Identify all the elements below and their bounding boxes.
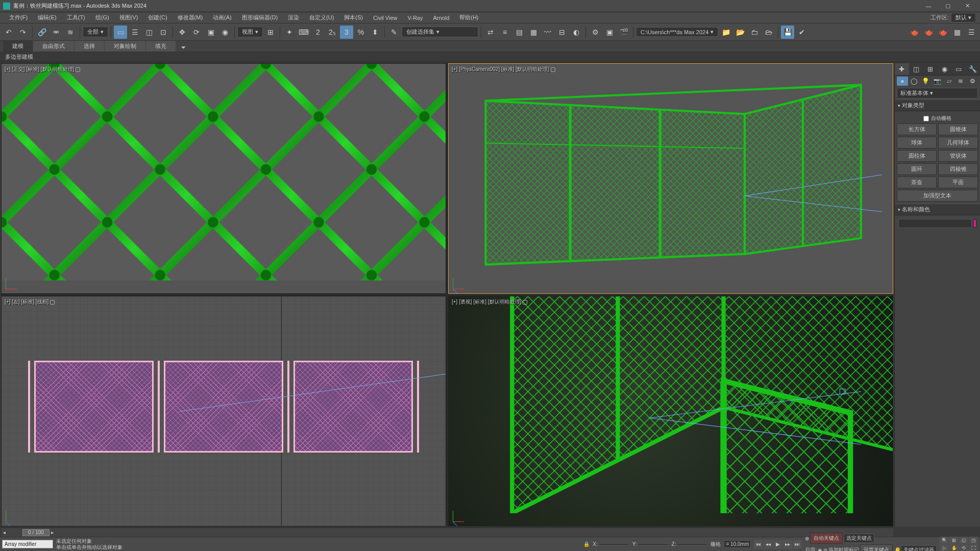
spinner-snap-button[interactable]: ⬍ <box>369 26 382 39</box>
grid-icon[interactable]: ▦ <box>950 26 964 39</box>
create-tab[interactable]: ✚ <box>895 63 909 75</box>
schematic-view-button[interactable]: ⊟ <box>555 26 569 39</box>
viewport-camera[interactable]: [+] [PhysCamera002] [标准] [默认明暗处理] <box>448 63 893 294</box>
utilities-tab[interactable]: 🔧 <box>966 63 980 75</box>
torus-button[interactable]: 圆环 <box>897 163 937 175</box>
spacewarps-button[interactable]: ≋ <box>955 77 966 86</box>
enable-icon[interactable]: ◉ <box>818 547 822 552</box>
rotate-button[interactable]: ⟳ <box>190 26 203 39</box>
toggle-ribbon-button[interactable]: ▦ <box>527 26 540 39</box>
viewport-left-label[interactable]: [+] [左] [标准] [线框] <box>5 298 55 306</box>
check-button[interactable]: ✔ <box>795 26 808 39</box>
render-setup-button[interactable]: ⚙ <box>589 26 602 39</box>
sub-ribbon-label[interactable]: 多边形建模 <box>5 53 33 61</box>
rect-region-button[interactable]: ◫ <box>142 26 156 39</box>
close-button[interactable]: ✕ <box>958 0 977 12</box>
lights-button[interactable]: 💡 <box>920 77 932 86</box>
systems-button[interactable]: ⚙ <box>967 77 978 86</box>
object-name-input[interactable] <box>898 219 972 228</box>
menu-customize[interactable]: 自定义(U) <box>304 13 339 22</box>
category-dropdown[interactable]: 标准基本体 ▾ <box>897 88 978 98</box>
rendered-frame-button[interactable]: ▣ <box>603 26 616 39</box>
display-tab[interactable]: ▭ <box>951 63 966 75</box>
time-prev-button[interactable]: ◂ <box>1 530 7 535</box>
teapot-2-icon[interactable]: 🫖 <box>922 26 935 39</box>
prev-frame-button[interactable]: ◂◂ <box>764 540 773 549</box>
maximize-button[interactable]: ▢ <box>938 0 958 12</box>
undo-button[interactable]: ↶ <box>2 26 15 39</box>
window-crossing-button[interactable]: ⊡ <box>157 26 170 39</box>
ref-coord-dropdown[interactable]: 视图 ▾ <box>237 27 263 37</box>
layer-explorer-button[interactable]: ▤ <box>512 26 526 39</box>
shapes-button[interactable]: ◯ <box>909 77 920 86</box>
snap-25d-button[interactable]: 2₅ <box>326 26 339 39</box>
snap-2d-button[interactable]: 2 <box>311 26 325 39</box>
list-icon[interactable]: ☰ <box>965 26 978 39</box>
selection-filter-dropdown[interactable]: 全部 ▾ <box>83 27 108 37</box>
menu-create[interactable]: 创建(C) <box>143 13 172 22</box>
menu-arnold[interactable]: Arnold <box>428 14 454 22</box>
zoom-extents-all-button[interactable]: ◳ <box>969 537 978 544</box>
minimize-button[interactable]: — <box>919 0 938 12</box>
autogrid-checkbox[interactable] <box>923 116 929 121</box>
menu-animation[interactable]: 动画(A) <box>208 13 237 22</box>
modify-tab[interactable]: ◫ <box>909 63 923 75</box>
box-button[interactable]: 长方体 <box>897 123 937 135</box>
menu-grapheditors[interactable]: 图形编辑器(D) <box>237 13 283 22</box>
viewport-front[interactable]: [+] [正交] [标准] [默认明暗处理] <box>1 63 446 294</box>
time-next-button[interactable]: ▸ <box>50 530 56 535</box>
curve-editor-button[interactable]: 〰 <box>541 26 554 39</box>
motion-tab[interactable]: ◉ <box>937 63 951 75</box>
maxscript-listener-input[interactable] <box>2 540 53 548</box>
keyfilter-icon[interactable]: 🔑 <box>894 547 900 552</box>
setkey-button[interactable]: 设置关键点 <box>860 544 893 551</box>
menu-scripting[interactable]: 脚本(S) <box>339 13 368 22</box>
viewport-perspective[interactable]: [+] [透视] [标准] [默认明暗处理] <box>448 296 893 527</box>
lock-icon[interactable]: 🔒 <box>583 541 590 547</box>
teapot-1-icon[interactable]: 🫖 <box>908 26 921 39</box>
menu-group[interactable]: 组(G) <box>90 13 114 22</box>
zoom-extents-button[interactable]: ◱ <box>959 537 968 544</box>
time-slider[interactable]: ◂ 0 / 100 ▸ <box>1 528 893 537</box>
align-button[interactable]: ≡ <box>498 26 511 39</box>
manipulate-button[interactable]: ✦ <box>283 26 296 39</box>
project-path-dropdown[interactable]: C:\Users\ch***ds Max 2024 ▾ <box>636 27 718 37</box>
vp3-filter-icon[interactable] <box>50 300 55 305</box>
move-button[interactable]: ✥ <box>176 26 189 39</box>
addtime-icon[interactable]: ⊘ <box>823 547 827 552</box>
time-slider-handle[interactable]: 0 / 100 <box>22 529 50 536</box>
cone-button[interactable]: 圆锥体 <box>938 123 978 135</box>
ribbon-tab-selection[interactable]: 选择 <box>75 41 104 52</box>
cylinder-button[interactable]: 圆柱体 <box>897 150 937 162</box>
menu-civilview[interactable]: Civil View <box>368 14 402 22</box>
viewport-perspective-label[interactable]: [+] [透视] [标准] [默认明暗处理] <box>452 298 527 306</box>
ribbon-tab-objectpaint[interactable]: 对象绘制 <box>105 41 145 52</box>
project-3-button[interactable]: 🗀 <box>748 26 761 39</box>
textplus-button[interactable]: 加强型文本 <box>897 190 978 202</box>
cameras-button[interactable]: 📷 <box>932 77 943 86</box>
select-object-button[interactable]: ▭ <box>114 26 127 39</box>
y-coord-input[interactable] <box>638 543 669 545</box>
viewport-front-label[interactable]: [+] [正交] [标准] [默认明暗处理] <box>5 66 80 73</box>
scale-button[interactable]: ▣ <box>204 26 217 39</box>
unlink-button[interactable]: ⚮ <box>50 26 63 39</box>
sphere-button[interactable]: 球体 <box>897 137 937 148</box>
addtime-label[interactable]: 添加时间标记 <box>828 546 859 551</box>
ribbon-tab-modeling[interactable]: 建模 <box>3 41 33 52</box>
redo-button[interactable]: ↷ <box>16 26 30 39</box>
keyboard-shortcut-button[interactable]: ⌨ <box>297 26 310 39</box>
zoom-all-button[interactable]: ⊞ <box>949 537 959 544</box>
ribbon-tab-freeform[interactable]: 自由形式 <box>33 41 74 52</box>
viewport-camera-label[interactable]: [+] [PhysCamera002] [标准] [默认明暗处理] <box>452 66 555 73</box>
vp1-filter-icon[interactable] <box>76 67 80 72</box>
maximize-viewport-button[interactable]: ⛶ <box>969 544 978 551</box>
render-production-button[interactable]: 🎬 <box>617 26 630 39</box>
menu-views[interactable]: 视图(V) <box>114 13 143 22</box>
rollout-object-type[interactable]: 对象类型 <box>895 99 980 111</box>
plane-button[interactable]: 平面 <box>938 177 978 188</box>
autokey-button[interactable]: 自动关键点 <box>810 533 843 544</box>
goto-start-button[interactable]: ⏮ <box>754 540 763 549</box>
vp2-filter-icon[interactable] <box>551 67 555 72</box>
pyramid-button[interactable]: 四棱锥 <box>938 163 978 175</box>
play-button[interactable]: ▶ <box>773 540 782 549</box>
